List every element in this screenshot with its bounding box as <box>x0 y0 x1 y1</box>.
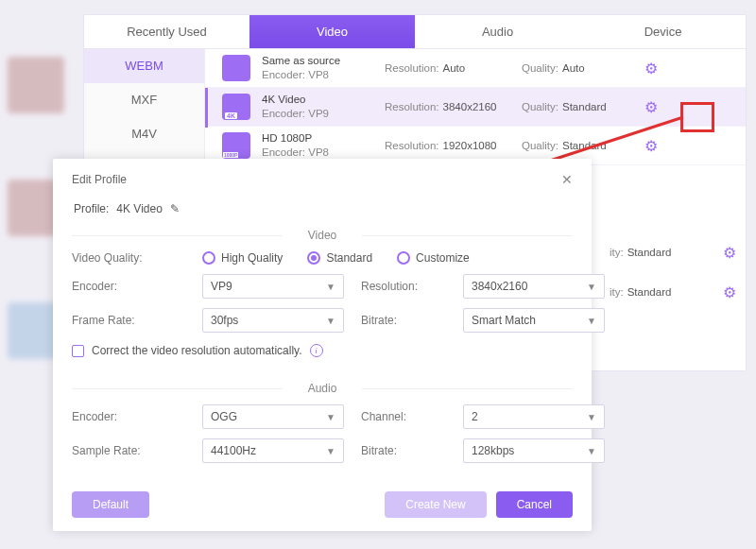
edit-icon[interactable]: ✎ <box>170 202 180 215</box>
profile-name-value: 4K Video <box>116 202 163 215</box>
quality-value: Standard <box>627 286 672 298</box>
select-value: 3840x2160 <box>472 280 527 293</box>
quality-value: Standard <box>627 247 672 258</box>
select-value: OGG <box>211 410 237 423</box>
sidebar-item-mxf[interactable]: MXF <box>84 83 204 117</box>
radio-high-quality[interactable]: High Quality <box>202 251 283 265</box>
quality-label: ity: <box>610 247 624 258</box>
profile-icon <box>222 55 250 81</box>
chevron-down-icon: ▼ <box>587 316 596 326</box>
cancel-button[interactable]: Cancel <box>496 491 573 518</box>
default-button[interactable]: Default <box>72 491 149 518</box>
profile-encoder: Encoder: VP8 <box>262 68 385 82</box>
profile-row-4k-video[interactable]: 4K Video Encoder: VP9 Resolution:3840x21… <box>205 88 746 127</box>
radio-label: High Quality <box>221 251 283 265</box>
sidebar-item-webm[interactable]: WEBM <box>84 49 204 83</box>
gear-icon[interactable]: ⚙ <box>723 244 736 262</box>
chevron-down-icon: ▼ <box>326 316 335 326</box>
select-value: VP9 <box>211 280 232 293</box>
chevron-down-icon: ▼ <box>326 282 335 292</box>
video-encoder-label: Encoder: <box>72 280 185 293</box>
select-value: Smart Match <box>472 314 536 327</box>
audio-encoder-label: Encoder: <box>72 410 185 423</box>
quality-value: Standard <box>562 140 607 151</box>
quality-label: Quality: <box>522 140 558 151</box>
tab-video[interactable]: Video <box>249 15 415 48</box>
res-label: Resolution: <box>385 62 439 74</box>
profile-name: 4K Video <box>262 93 385 107</box>
sample-rate-select[interactable]: 44100Hz▼ <box>202 438 344 463</box>
radio-standard[interactable]: Standard <box>307 251 372 265</box>
select-value: 44100Hz <box>211 444 256 457</box>
profile-label: Profile: <box>74 202 109 215</box>
channel-label: Channel: <box>361 410 446 423</box>
res-value: Auto <box>443 62 466 74</box>
video-quality-label: Video Quality: <box>72 251 185 265</box>
sample-rate-label: Sample Rate: <box>72 444 185 457</box>
radio-label: Standard <box>326 251 372 265</box>
profile-encoder: Encoder: VP9 <box>262 107 385 121</box>
frame-rate-label: Frame Rate: <box>72 314 185 327</box>
selection-indicator <box>205 88 208 128</box>
resolution-select[interactable]: 3840x2160▼ <box>463 274 605 299</box>
select-value: 128kbps <box>472 444 514 457</box>
tab-recently-used[interactable]: Recently Used <box>84 15 249 48</box>
audio-bitrate-label: Bitrate: <box>361 444 446 457</box>
audio-encoder-select[interactable]: OGG▼ <box>202 404 344 429</box>
profile-icon <box>222 94 250 120</box>
profile-icon <box>222 132 250 159</box>
quality-label: Quality: <box>522 101 558 112</box>
chevron-down-icon: ▼ <box>587 446 596 456</box>
res-value: 3840x2160 <box>443 101 497 112</box>
video-section-title: Video <box>72 229 573 242</box>
channel-select[interactable]: 2▼ <box>463 404 605 429</box>
dialog-title: Edit Profile <box>72 173 127 186</box>
create-new-button[interactable]: Create New <box>385 491 486 518</box>
radio-label: Customize <box>416 251 470 265</box>
gear-icon[interactable]: ⚙ <box>644 60 658 77</box>
quality-value: Standard <box>562 101 607 112</box>
info-icon[interactable]: i <box>310 344 323 357</box>
gear-icon[interactable]: ⚙ <box>723 283 736 301</box>
profile-encoder: Encoder: VP8 <box>262 146 385 160</box>
gear-icon[interactable]: ⚙ <box>644 98 658 116</box>
profile-name: HD 1080P <box>262 131 385 146</box>
edit-profile-dialog: Edit Profile ✕ Profile: 4K Video ✎ Video… <box>53 159 592 531</box>
quality-label: ity: <box>610 286 624 298</box>
video-bitrate-label: Bitrate: <box>361 314 446 327</box>
tab-audio[interactable]: Audio <box>415 15 580 48</box>
profile-row-same-as-source[interactable]: Same as source Encoder: VP8 Resolution:A… <box>205 49 746 88</box>
auto-correct-checkbox[interactable] <box>72 345 84 357</box>
res-label: Resolution: <box>385 101 439 112</box>
sidebar-item-m4v[interactable]: M4V <box>84 117 204 151</box>
quality-label: Quality: <box>522 62 558 74</box>
audio-bitrate-select[interactable]: 128kbps▼ <box>463 438 605 463</box>
tabs: Recently Used Video Audio Device <box>84 15 746 49</box>
res-value: 1920x1080 <box>443 140 497 151</box>
tab-device[interactable]: Device <box>580 15 746 48</box>
video-encoder-select[interactable]: VP9▼ <box>202 274 344 299</box>
video-bitrate-select[interactable]: Smart Match▼ <box>463 308 605 333</box>
chevron-down-icon: ▼ <box>587 412 596 422</box>
chevron-down-icon: ▼ <box>326 412 335 422</box>
chevron-down-icon: ▼ <box>587 282 596 292</box>
audio-section-title: Audio <box>72 382 573 395</box>
profile-name: Same as source <box>262 54 385 68</box>
select-value: 2 <box>472 410 478 423</box>
select-value: 30fps <box>211 314 238 327</box>
radio-customize[interactable]: Customize <box>397 251 470 265</box>
chevron-down-icon: ▼ <box>326 446 335 456</box>
gear-icon[interactable]: ⚙ <box>644 137 658 155</box>
res-label: Resolution: <box>385 140 439 151</box>
resolution-label: Resolution: <box>361 280 446 293</box>
quality-value: Auto <box>562 62 585 74</box>
auto-correct-label: Correct the video resolution automatical… <box>92 344 302 357</box>
frame-rate-select[interactable]: 30fps▼ <box>202 308 344 333</box>
close-icon[interactable]: ✕ <box>561 172 573 187</box>
